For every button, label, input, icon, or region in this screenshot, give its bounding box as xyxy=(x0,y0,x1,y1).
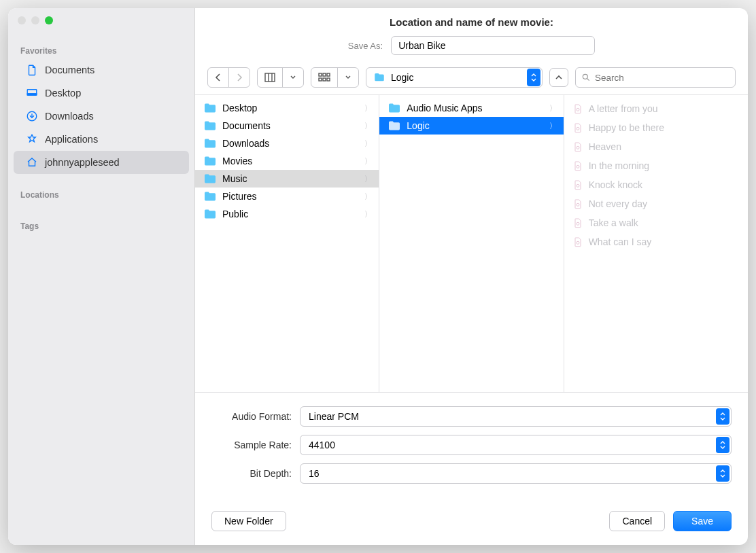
view-columns-button[interactable] xyxy=(258,68,283,87)
folder-icon xyxy=(373,71,385,84)
view-columns-segment xyxy=(257,67,304,88)
row-label: Desktop xyxy=(222,103,257,113)
options-panel: Audio Format: Linear PCM Sample Rate: 44… xyxy=(195,393,748,499)
row-label: Pictures xyxy=(222,191,257,202)
row-label: Heaven xyxy=(589,141,621,152)
main-panel: Location and name of new movie: Save As: xyxy=(195,8,748,545)
search-input[interactable] xyxy=(595,73,729,83)
group-button[interactable] xyxy=(311,68,338,87)
folder-row[interactable]: Logic〉 xyxy=(379,117,563,135)
chevron-right-icon: 〉 xyxy=(364,209,372,219)
folder-row[interactable]: Downloads〉 xyxy=(195,135,379,152)
document-icon xyxy=(26,64,38,76)
file-row: A letter from you xyxy=(564,99,748,118)
dialog-title: Location and name of new movie: xyxy=(195,8,748,33)
chevron-right-icon: 〉 xyxy=(364,192,372,202)
sidebar-item-documents[interactable]: Documents xyxy=(14,58,189,82)
zoom-window-button[interactable] xyxy=(45,16,53,24)
sidebar-header-tags: Tags xyxy=(8,216,194,234)
collapse-button[interactable] xyxy=(549,68,568,87)
svg-point-17 xyxy=(577,165,579,168)
save-as-input[interactable] xyxy=(391,36,595,55)
sample-rate-value: 44100 xyxy=(309,440,335,450)
sample-rate-select[interactable]: 44100 xyxy=(300,435,732,455)
row-label: Documents xyxy=(222,120,271,131)
row-label: Knock knock xyxy=(589,179,642,190)
stepper-icon xyxy=(716,437,729,453)
chevron-right-icon: 〉 xyxy=(549,103,557,113)
file-icon xyxy=(572,217,583,229)
folder-icon xyxy=(203,120,217,131)
sidebar-item-applications[interactable]: Applications xyxy=(14,128,189,151)
audio-format-value: Linear PCM xyxy=(309,411,359,422)
save-as-label: Save As: xyxy=(348,41,383,51)
desktop-icon xyxy=(26,87,38,99)
folder-icon xyxy=(203,138,217,149)
folder-row[interactable]: Desktop〉 xyxy=(195,99,379,117)
sidebar-item-desktop[interactable]: Desktop xyxy=(14,82,189,105)
column-0: Desktop〉Documents〉Downloads〉Movies〉Music… xyxy=(195,95,379,392)
row-label: Music xyxy=(222,173,247,184)
new-folder-button[interactable]: New Folder xyxy=(211,511,286,531)
cancel-button[interactable]: Cancel xyxy=(609,511,665,531)
row-label: Movies xyxy=(222,156,252,166)
bit-depth-value: 16 xyxy=(309,468,320,479)
folder-row[interactable]: Music〉 xyxy=(195,170,379,188)
folder-row[interactable]: Documents〉 xyxy=(195,117,379,135)
chevron-right-icon: 〉 xyxy=(364,174,372,184)
sidebar-item-downloads[interactable]: Downloads xyxy=(14,105,189,128)
view-columns-dropdown[interactable] xyxy=(283,68,303,87)
folder-row[interactable]: Movies〉 xyxy=(195,152,379,170)
save-as-row: Save As: xyxy=(195,33,748,63)
row-label: Not every day xyxy=(589,198,647,209)
sidebar-item-home[interactable]: johnnyappleseed xyxy=(14,151,189,174)
file-icon xyxy=(572,103,583,115)
toolbar: Logic xyxy=(195,63,748,95)
file-row: In the morning xyxy=(564,156,748,175)
row-label: Take a walk xyxy=(589,217,638,228)
group-segment xyxy=(311,67,359,88)
search-box[interactable] xyxy=(575,67,736,88)
save-dialog-window: Favorites Documents Desktop Downloads Ap… xyxy=(8,8,748,545)
audio-format-label: Audio Format: xyxy=(211,411,292,422)
svg-point-16 xyxy=(577,146,579,149)
file-row: Happy to be there xyxy=(564,118,748,137)
audio-format-select[interactable]: Linear PCM xyxy=(300,406,732,427)
option-sample-rate: Sample Rate: 44100 xyxy=(211,435,732,455)
sample-rate-label: Sample Rate: xyxy=(211,440,292,450)
file-row: Not every day xyxy=(564,194,748,213)
row-label: Public xyxy=(222,209,248,219)
sidebar-item-label: Documents xyxy=(45,65,94,75)
bit-depth-select[interactable]: 16 xyxy=(300,463,732,484)
nav-segment xyxy=(207,67,250,88)
folder-row[interactable]: Pictures〉 xyxy=(195,188,379,205)
close-window-button[interactable] xyxy=(18,16,26,24)
minimize-window-button[interactable] xyxy=(31,16,39,24)
file-icon xyxy=(572,122,583,134)
svg-rect-11 xyxy=(327,78,330,81)
folder-row[interactable]: Audio Music Apps〉 xyxy=(379,99,563,117)
download-icon xyxy=(26,110,38,122)
folder-row[interactable]: Public〉 xyxy=(195,205,379,223)
file-row: Knock knock xyxy=(564,175,748,194)
sidebar-item-label: johnnyappleseed xyxy=(45,157,120,168)
chevron-right-icon: 〉 xyxy=(364,103,372,113)
stepper-icon xyxy=(716,465,729,482)
group-dropdown[interactable] xyxy=(338,68,358,87)
sidebar-header-favorites: Favorites xyxy=(8,41,194,58)
file-row: Heaven xyxy=(564,137,748,156)
file-icon xyxy=(572,236,583,248)
row-label: A letter from you xyxy=(589,103,658,114)
save-button[interactable]: Save xyxy=(673,511,732,531)
forward-button[interactable] xyxy=(229,68,250,87)
path-selector-label: Logic xyxy=(391,72,521,83)
folder-icon xyxy=(388,120,401,131)
row-label: Downloads xyxy=(222,138,269,149)
svg-rect-1 xyxy=(27,94,37,95)
back-button[interactable] xyxy=(208,68,229,87)
path-selector[interactable]: Logic xyxy=(366,67,543,88)
svg-rect-6 xyxy=(319,73,322,76)
svg-point-15 xyxy=(577,127,579,130)
footer: New Folder Cancel Save xyxy=(195,499,748,545)
svg-point-18 xyxy=(577,184,579,187)
